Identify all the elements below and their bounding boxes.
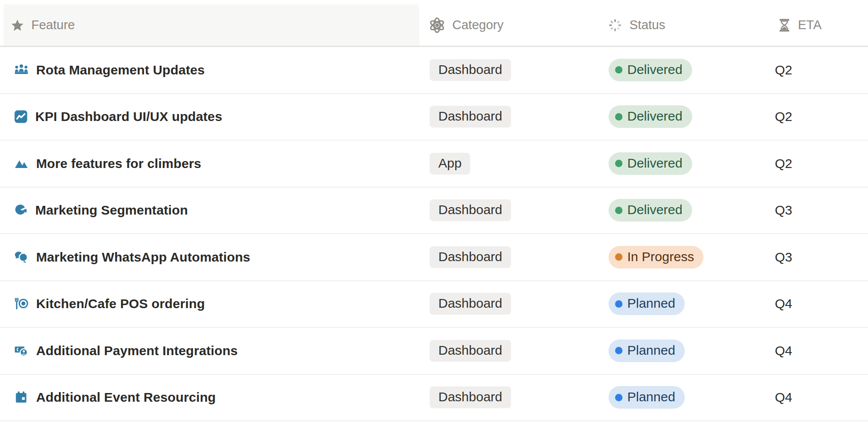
status-label: Delivered xyxy=(627,110,683,123)
hourglass-icon xyxy=(777,18,792,33)
status-cell[interactable]: Delivered xyxy=(599,199,768,222)
category-tag[interactable]: Dashboard xyxy=(430,386,511,408)
category-cell[interactable]: App xyxy=(419,153,599,175)
category-tag[interactable]: Dashboard xyxy=(430,199,511,221)
category-tag[interactable]: Dashboard xyxy=(430,106,511,128)
mountains-icon xyxy=(14,156,29,171)
status-pill[interactable]: In Progress xyxy=(609,246,703,269)
status-pill[interactable]: Delivered xyxy=(609,105,692,128)
eta-value: Q2 xyxy=(775,109,792,124)
column-header-label: Feature xyxy=(31,18,75,32)
status-dot-icon xyxy=(615,347,622,354)
feature-title: More features for climbers xyxy=(36,156,201,171)
feature-cell[interactable]: More features for climbers xyxy=(0,156,419,171)
eta-cell[interactable]: Q3 xyxy=(768,203,868,218)
chat-bubbles-icon xyxy=(14,250,29,265)
feature-title: Rota Management Updates xyxy=(36,63,205,77)
feature-cell[interactable]: Marketing Segmentation xyxy=(0,203,419,218)
column-header-label: Status xyxy=(629,18,665,32)
eta-value: Q4 xyxy=(775,343,792,358)
category-cell[interactable]: Dashboard xyxy=(419,106,599,128)
status-dot-icon xyxy=(615,394,622,401)
category-cell[interactable]: Dashboard xyxy=(419,386,599,408)
table-row[interactable]: KPI Dashboard UI/UX updates Dashboard De… xyxy=(0,94,868,141)
status-pill[interactable]: Delivered xyxy=(609,59,692,81)
category-tag[interactable]: Dashboard xyxy=(430,340,511,362)
status-cell[interactable]: Delivered xyxy=(599,105,768,128)
table-row[interactable]: Kitchen/Cafe POS ordering Dashboard Plan… xyxy=(0,281,868,328)
eta-cell[interactable]: Q3 xyxy=(768,250,868,265)
status-label: Planned xyxy=(627,390,675,403)
status-label: Delivered xyxy=(627,203,683,216)
category-tag[interactable]: Dashboard xyxy=(430,59,511,81)
feature-cell[interactable]: Marketing WhatsApp Automations xyxy=(0,250,419,265)
feature-title: Additional Event Resourcing xyxy=(36,390,216,405)
column-header-category[interactable]: Category xyxy=(419,4,599,46)
feature-cell[interactable]: Additional Payment Integrations xyxy=(0,343,419,358)
status-cell[interactable]: In Progress xyxy=(599,246,768,269)
status-dot-icon xyxy=(615,207,622,214)
status-label: In Progress xyxy=(627,250,694,263)
eta-cell[interactable]: Q2 xyxy=(768,156,868,171)
feature-title: Additional Payment Integrations xyxy=(36,343,238,358)
status-cell[interactable]: Planned xyxy=(599,292,768,315)
status-cell[interactable]: Delivered xyxy=(599,59,768,81)
eta-cell[interactable]: Q4 xyxy=(768,296,868,311)
eta-value: Q2 xyxy=(775,156,792,171)
feature-cell[interactable]: Additional Event Resourcing xyxy=(0,390,419,405)
feature-cell[interactable]: KPI Dashboard UI/UX updates xyxy=(0,109,419,124)
status-pill[interactable]: Delivered xyxy=(609,199,692,222)
eta-cell[interactable]: Q4 xyxy=(768,390,868,405)
status-dot-icon xyxy=(615,160,622,167)
table-header-row: Feature Category xyxy=(0,4,868,47)
status-dot-icon xyxy=(615,113,622,121)
eta-cell[interactable]: Q2 xyxy=(768,63,868,77)
feature-title: Kitchen/Cafe POS ordering xyxy=(36,296,205,311)
roadmap-table: Feature Category xyxy=(0,0,868,421)
spinner-icon xyxy=(607,17,623,33)
status-pill[interactable]: Planned xyxy=(609,339,685,362)
table-row[interactable]: Additional Payment Integrations Dashboar… xyxy=(0,328,868,375)
category-tag[interactable]: Dashboard xyxy=(430,246,511,268)
payment-coin-icon xyxy=(14,343,29,358)
star-icon xyxy=(11,19,24,32)
status-label: Planned xyxy=(627,344,675,357)
category-cell[interactable]: Dashboard xyxy=(419,293,599,315)
category-cell[interactable]: Dashboard xyxy=(419,246,599,268)
people-meeting-icon xyxy=(14,63,29,77)
category-tag[interactable]: Dashboard xyxy=(430,293,511,315)
table-row[interactable]: Marketing Segmentation Dashboard Deliver… xyxy=(0,188,868,235)
table-row[interactable]: More features for climbers App Delivered… xyxy=(0,141,868,188)
column-header-eta[interactable]: ETA xyxy=(768,4,868,46)
feature-cell[interactable]: Kitchen/Cafe POS ordering xyxy=(0,296,419,311)
feature-title: Marketing Segmentation xyxy=(35,203,188,218)
table-row[interactable]: Marketing WhatsApp Automations Dashboard… xyxy=(0,234,868,281)
status-label: Delivered xyxy=(627,157,683,170)
eta-value: Q3 xyxy=(775,250,792,265)
status-pill[interactable]: Delivered xyxy=(609,152,692,175)
status-label: Delivered xyxy=(627,63,683,76)
status-cell[interactable]: Delivered xyxy=(599,152,768,175)
category-cell[interactable]: Dashboard xyxy=(419,340,599,362)
table-row[interactable]: Rota Management Updates Dashboard Delive… xyxy=(0,47,868,94)
category-tag[interactable]: App xyxy=(430,153,470,175)
eta-cell[interactable]: Q2 xyxy=(768,109,868,124)
status-cell[interactable]: Planned xyxy=(599,386,768,409)
status-cell[interactable]: Planned xyxy=(599,339,768,362)
line-chart-icon xyxy=(14,110,28,124)
feature-title: KPI Dashboard UI/UX updates xyxy=(35,109,222,124)
feature-cell[interactable]: Rota Management Updates xyxy=(0,63,419,77)
status-dot-icon xyxy=(615,300,622,308)
feature-title: Marketing WhatsApp Automations xyxy=(36,250,250,265)
status-pill[interactable]: Planned xyxy=(609,292,685,315)
column-header-status[interactable]: Status xyxy=(599,4,768,46)
eta-cell[interactable]: Q4 xyxy=(768,343,868,358)
table-row[interactable]: Additional Event Resourcing Dashboard Pl… xyxy=(0,375,868,422)
category-cell[interactable]: Dashboard xyxy=(419,199,599,221)
fork-plate-icon xyxy=(14,296,29,311)
atom-icon xyxy=(428,16,446,34)
column-header-feature[interactable]: Feature xyxy=(3,4,419,46)
status-pill[interactable]: Planned xyxy=(609,386,685,409)
eta-value: Q4 xyxy=(775,390,792,405)
category-cell[interactable]: Dashboard xyxy=(419,59,599,81)
